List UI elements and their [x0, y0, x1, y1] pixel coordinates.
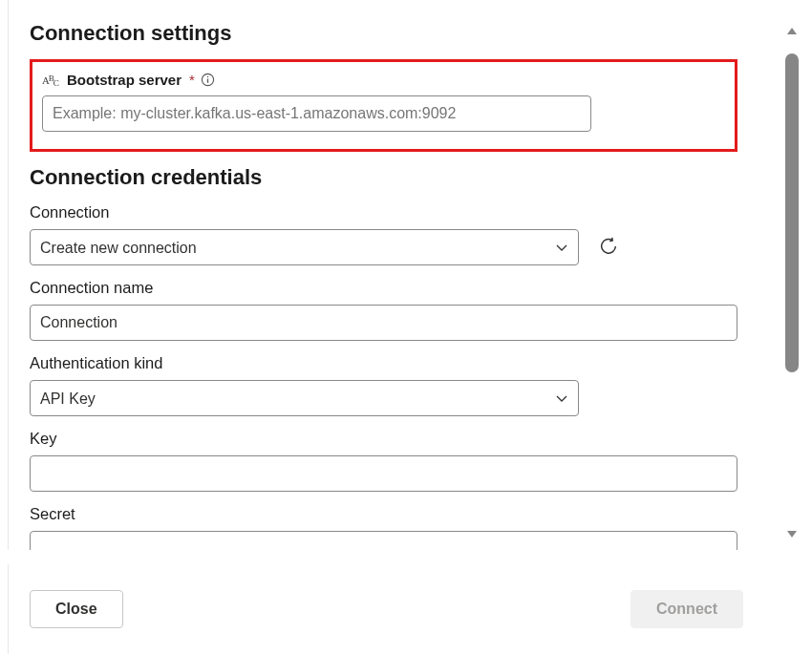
authentication-kind-select[interactable]: API Key [30, 380, 579, 416]
refresh-icon [598, 236, 619, 260]
scroll-down-icon[interactable] [785, 527, 799, 540]
svg-marker-7 [787, 531, 797, 538]
svg-text:C: C [53, 77, 59, 87]
secret-input[interactable] [30, 531, 737, 550]
scroll-up-icon[interactable] [785, 25, 799, 38]
connection-name-label: Connection name [30, 279, 737, 297]
bootstrap-server-highlight: A B C Bootstrap server * [30, 59, 737, 152]
close-button[interactable]: Close [30, 590, 123, 628]
scroll-thumb[interactable] [785, 53, 799, 372]
bootstrap-server-input[interactable] [42, 95, 591, 132]
scrollbar[interactable] [785, 25, 799, 540]
connection-name-input[interactable] [30, 305, 737, 341]
key-input[interactable] [30, 455, 737, 492]
authentication-kind-label: Authentication kind [30, 354, 737, 372]
dialog-footer: Close Connect [8, 564, 762, 654]
secret-label: Secret [30, 505, 737, 523]
text-type-icon: A B C [42, 73, 61, 88]
svg-marker-6 [787, 28, 797, 34]
required-indicator: * [189, 72, 195, 88]
refresh-button[interactable] [594, 232, 623, 264]
info-icon[interactable] [201, 73, 215, 87]
svg-point-5 [207, 76, 208, 77]
connect-button[interactable]: Connect [630, 590, 743, 628]
connection-select[interactable]: Create new connection [30, 229, 579, 265]
connection-label: Connection [30, 203, 737, 222]
settings-panel: Connection settings A B C Bootstrap serv… [8, 0, 762, 550]
bootstrap-server-label: Bootstrap server [67, 72, 182, 88]
connection-settings-heading: Connection settings [30, 21, 737, 46]
key-label: Key [30, 430, 737, 448]
connection-credentials-heading: Connection credentials [30, 165, 737, 190]
